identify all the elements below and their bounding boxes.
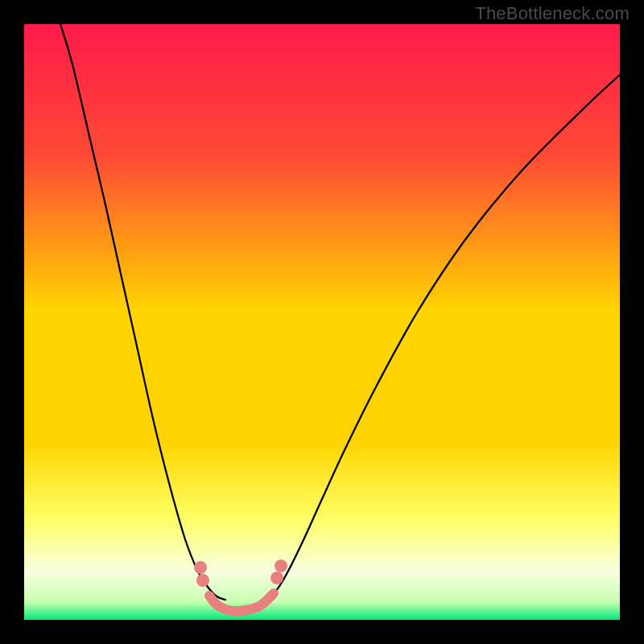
gradient-background bbox=[24, 24, 620, 620]
watermark-label: TheBottleneck.com bbox=[475, 3, 630, 24]
chart-canvas: TheBottleneck.com bbox=[0, 0, 644, 644]
marker-dot bbox=[275, 559, 287, 572]
chart-svg bbox=[24, 24, 620, 620]
marker-dot bbox=[194, 561, 207, 574]
marker-dot bbox=[270, 572, 283, 584]
marker-dot bbox=[196, 574, 209, 587]
plot-area bbox=[24, 24, 620, 620]
